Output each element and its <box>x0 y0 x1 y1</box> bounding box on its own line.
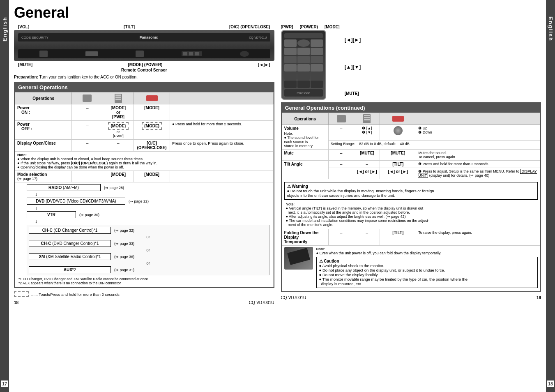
table-row: Power OFF : – {MODE}or[PWR] {MODE} <box>15 121 274 140</box>
mode-label-right: [MODE] <box>325 25 340 29</box>
folding-col3: [TILT] <box>380 229 416 246</box>
table-row: Mute – [MUTE] [MUTE] Mutes the sound.To … <box>282 150 540 161</box>
tilt-desc1: ❶ Press and hold for more than 2 seconds… <box>416 161 540 168</box>
col-header-operations: Operations <box>15 92 72 104</box>
tilt-label: [TILT] <box>124 25 135 29</box>
folding-image <box>284 247 313 270</box>
mute-desc: Mutes the sound.To cancel, press again. <box>416 150 540 161</box>
table-row: Note: ● When the display unit is opened … <box>15 152 274 171</box>
left-side-tab: English <box>2 16 8 42</box>
right-col-desc <box>416 113 540 125</box>
col-header-icon3 <box>134 92 170 104</box>
display-note: Note: ● When the display unit is opened … <box>17 153 271 169</box>
folding-caution: ⚠ Caution ● Avoid physical shock to the … <box>316 257 538 288</box>
folding-col2: – <box>354 229 380 246</box>
remote-image: Panasonic <box>281 30 326 100</box>
col-header-icon2 <box>103 92 134 104</box>
mode-sel-col2: [MODE] <box>103 171 134 182</box>
arrows-right-label: [◄][►] <box>345 37 361 43</box>
table-row: Volume Note: ● The sound level foreach s… <box>282 125 540 141</box>
footnotes: *1 CD Changer, DVD Changer and XM Satell… <box>18 277 270 285</box>
right-col-icon1 <box>328 113 354 125</box>
display-oc-col1: – <box>72 140 103 152</box>
table-row: RADIO (AM/FM) (⇒ page 28) ↓ DVD (DVD/VCD… <box>15 182 274 287</box>
display-oc-col3: [O/C](OPEN/CLOSE) <box>134 140 170 152</box>
table-row: Folding Down theDisplayTemporarily – – [… <box>282 229 540 246</box>
tilt-col1: – <box>328 161 354 168</box>
right-table-title: General Operations (continued) <box>282 103 541 113</box>
power-on-col2: [MODE]or[PWR] <box>103 104 134 121</box>
left-table-title: General Operations <box>15 83 274 92</box>
table-row: ⚠ Warning ● Do not touch the unit while … <box>282 179 540 229</box>
oc-label: [O/C] (OPEN/CLOSE) <box>229 25 270 29</box>
display-oc-col2: – <box>103 140 134 152</box>
remote-sensor-label: Remote Control Sensor <box>121 68 167 72</box>
mode-sel-col1 <box>72 171 103 182</box>
volume-range: Setting Range: – 82 dB to 0 dB, default:… <box>328 140 540 149</box>
tilt2-col1: – <box>328 168 354 179</box>
tilt-note: Note: ● Vertical angle (TILT) is saved i… <box>284 201 538 228</box>
volume-col2: ❶ [▲]❷ [▼] <box>354 125 380 141</box>
volume-note: Note: ● The sound level foreach source i… <box>284 131 326 148</box>
device-image: CODE SECURITY Panasonic CQ-VD7001U <box>14 30 274 61</box>
mute-label: [MUTE] <box>18 62 32 67</box>
tilt-label-cell: Tilt Angle <box>282 161 328 179</box>
power-off-col1: – <box>72 121 103 140</box>
mute-col3: [MUTE] <box>380 150 416 161</box>
display-oc-desc: Press once to open. Press again to close… <box>170 140 273 152</box>
tilt-warning: ⚠ Warning ● Do not touch the unit while … <box>284 182 538 200</box>
mode-sel-col3: [MODE] <box>134 171 170 182</box>
tilt-col3: [TILT] <box>380 161 416 168</box>
touch-note: ...... Touch/Press and hold for more tha… <box>14 291 274 297</box>
tilt2-col3: [◄] or [►] <box>380 168 416 179</box>
table-row: Tilt Angle – – [TILT] ❶ Press and hold f… <box>282 161 540 168</box>
page-num-right-bottom: 19 <box>537 295 541 300</box>
table-row: Note: ● Even when the unit power is off,… <box>282 246 540 291</box>
mode-sel-label: Mode selection <box>17 172 69 177</box>
arrows-updown-label: [▲][▼] <box>345 64 361 70</box>
tilt-col2: – <box>354 161 380 168</box>
power-on-col3: [MODE] <box>134 104 170 121</box>
power-label-right: (POWER) <box>300 25 318 29</box>
mode-flow: RADIO (AM/FM) (⇒ page 28) ↓ DVD (DVD/VCD… <box>27 184 270 275</box>
right-col-icon2 <box>354 113 380 125</box>
volume-label: Volume <box>284 126 326 131</box>
mute-right-label: [MUTE] <box>345 91 361 96</box>
power-on-col1: – <box>72 104 103 121</box>
page-num-left-bottom: 18 <box>14 300 18 305</box>
left-page-number: 17 <box>0 380 9 388</box>
power-off-label: Power <box>17 122 69 127</box>
display-oc-label: Display Open/Close <box>15 140 72 152</box>
table-row: Display Open/Close – – [O/C](OPEN/CLOSE)… <box>15 140 274 152</box>
power-off-desc: ● Press and hold for more than 2 seconds… <box>170 121 273 140</box>
power-on-desc <box>170 104 273 121</box>
tilt2-desc: ❷ Press to adjust. Setup is the same as … <box>416 168 540 179</box>
tilt2-col2: [◄] or [►] <box>354 168 380 179</box>
right-col-operations: Operations <box>282 113 328 125</box>
folding-col1: – <box>328 229 354 246</box>
model-right: CQ-VD7001U <box>281 295 306 300</box>
preparation-text: Preparation: Turn your car's ignition ke… <box>14 75 274 79</box>
folding-note: Note: ● Even when the unit power is off,… <box>316 247 538 255</box>
mode-sel-desc <box>170 171 273 182</box>
right-page-number: 18 <box>546 380 555 388</box>
mute-col1: – <box>328 150 354 161</box>
power-on-label: Power <box>17 106 69 110</box>
volume-col1: – <box>328 125 354 141</box>
page-title: General <box>14 4 541 21</box>
col-header-description <box>170 92 273 104</box>
mode-power-label: [MODE] (POWER) <box>128 62 162 67</box>
pwr-label: [PWR] <box>281 25 293 29</box>
folding-label-cell: Folding Down theDisplayTemporarily <box>282 229 328 246</box>
volume-desc: ❶ Up❷ Down <box>416 125 540 141</box>
right-side-tab: English <box>548 16 554 42</box>
mute-label-cell: Mute <box>282 150 328 161</box>
folding-desc: To raise the display, press again. <box>416 229 540 246</box>
col-header-icon1 <box>72 92 103 104</box>
power-off-col3: {MODE} <box>134 121 170 140</box>
table-row: Mode selection (⇒ page 17) [MODE] [MODE] <box>15 171 274 182</box>
right-col-icon3 <box>380 113 416 125</box>
vol-label: [VOL] <box>18 25 29 29</box>
volume-col3 <box>380 125 416 141</box>
table-row: Power ON : – [MODE]or[PWR] [MODE] <box>15 104 274 121</box>
